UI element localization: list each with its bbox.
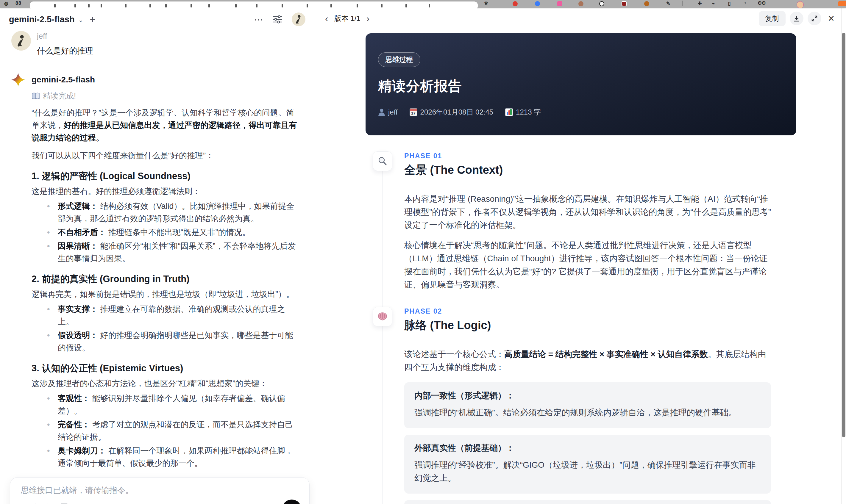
user-message: jeff 什么是好的推理 bbox=[11, 31, 299, 57]
gemini-star-icon bbox=[11, 73, 25, 87]
extension-red-icon[interactable] bbox=[513, 1, 518, 6]
scrollbar-track bbox=[841, 8, 846, 504]
voice-input-button[interactable] bbox=[282, 500, 302, 504]
section-1-list: 形式逻辑： 结构必须有效（Valid）。比如演绎推理中，如果前提全部为真，那么通… bbox=[32, 200, 299, 265]
extension-amber-icon[interactable] bbox=[644, 1, 649, 6]
artifact-toolbar: ‹ 版本 1/1 › 复制 ✕ bbox=[316, 8, 841, 29]
user-message-text: 什么是好的推理 bbox=[37, 45, 299, 57]
chevron-down-icon: ⌄ bbox=[78, 16, 83, 23]
section-2-list: 事实支撑： 推理建立在可靠的数据、准确的观测或公认的真理之上。 假设透明： 好的… bbox=[32, 303, 299, 354]
list-item: 因果清晰： 能准确区分“相关性”和“因果关系”，不会轻率地将先后发生的事情归为因… bbox=[32, 240, 299, 265]
logic-box-agent-ethics: 主体伦理（认识美德）： 转向推理者的心理特征。引入奥卡姆剃刀和反向论证，旨在克服… bbox=[404, 500, 771, 504]
phase-2-icon-card bbox=[373, 307, 392, 326]
magnifier-icon bbox=[377, 156, 388, 166]
user-name: jeff bbox=[37, 32, 299, 41]
report-title: 精读分析报告 bbox=[378, 77, 778, 95]
phase-1-title: 全景 (The Context) bbox=[404, 162, 797, 178]
phase-2-label: PHASE 02 bbox=[404, 307, 797, 316]
extension-brown-icon[interactable] bbox=[578, 1, 583, 6]
chat-input-card: + bbox=[10, 477, 310, 504]
section-1-lead: 这是推理的基石。好的推理必须遵循逻辑法则： bbox=[32, 185, 299, 198]
phases-timeline: PHASE 01 全景 (The Context) 本内容是对“推理 (Reas… bbox=[366, 151, 797, 504]
phase-2-section: PHASE 02 脉络 (The Logic) 该论述基于一个核心公式：高质量结… bbox=[366, 307, 797, 504]
close-panel-button[interactable]: ✕ bbox=[826, 14, 837, 23]
model-selector[interactable]: gemini-2.5-flash ⌄ bbox=[9, 15, 83, 24]
assistant-status: 精读完成! bbox=[32, 91, 299, 101]
assistant-status-text: 精读完成! bbox=[43, 91, 76, 101]
download-button[interactable] bbox=[790, 12, 804, 25]
extension-blue-icon[interactable] bbox=[535, 1, 540, 6]
report-word-count: 1213 字 bbox=[505, 107, 541, 117]
artifact-content: 思维过程 精读分析报告 jeff 17 2026年01月08日 02:45 bbox=[316, 29, 841, 504]
extension-panda-icon[interactable] bbox=[599, 1, 604, 6]
phase-1-paragraph-2: 核心情境在于解决“思考的随意性”问题。不论是人类通过批判性思维进行决策，还是大语… bbox=[404, 239, 772, 291]
section-3-list: 客观性： 能够识别并尽量排除个人偏见（如幸存者偏差、确认偏差）。 完备性： 考虑… bbox=[32, 392, 299, 469]
user-avatar-button[interactable] bbox=[292, 13, 305, 26]
logic-box-external-truth: 外部真实性（前提基础）： 强调推理的“经验校准”。解决“GIGO（垃圾进，垃圾出… bbox=[404, 435, 771, 493]
download-icon bbox=[793, 15, 800, 22]
extension-crown-icon[interactable]: ♕ bbox=[484, 1, 488, 6]
extension-pink-icon[interactable] bbox=[557, 1, 562, 6]
phase-1-label: PHASE 01 bbox=[404, 152, 797, 160]
logic-box-internal-consistency: 内部一致性（形式逻辑）： 强调推理的“机械正确”。结论必须在给定的规则系统内逻辑… bbox=[404, 382, 771, 428]
window-control-icon[interactable]: ◍ bbox=[4, 1, 8, 6]
user-message-avatar bbox=[11, 31, 31, 51]
toolbar-glasses-icon[interactable]: ʘʘ bbox=[758, 1, 766, 6]
artifact-panel: ‹ 版本 1/1 › 复制 ✕ 思维过程 精读分析报告 bbox=[316, 8, 841, 504]
toolbar-bell-icon[interactable]: ◔ bbox=[744, 1, 746, 6]
phase-1-paragraph-1: 本内容是对“推理 (Reasoning)”这一抽象概念的高层建模。在知识爆炸与人… bbox=[404, 193, 772, 232]
chat-header: gemini-2.5-flash ⌄ + ⋯ bbox=[0, 8, 316, 29]
report-author: jeff bbox=[378, 108, 398, 116]
intro-paragraph: “什么是好的推理？”这是一个涉及逻辑学、认知科学和哲学核心的问题。简单来说，好的… bbox=[32, 107, 299, 144]
new-chat-button[interactable]: + bbox=[90, 14, 95, 25]
tab-count-icon[interactable]: 88 bbox=[16, 1, 21, 6]
list-item: 形式逻辑： 结构必须有效（Valid）。比如演绎推理中，如果前提全部为真，那么通… bbox=[32, 200, 299, 225]
toolbar-pin-icon[interactable]: ✎ bbox=[666, 1, 670, 6]
chat-messages: jeff 什么是好的推理 gemini-2.5-flash bbox=[0, 29, 316, 504]
report-badge: 思维过程 bbox=[378, 52, 420, 67]
extension-darkred-icon[interactable] bbox=[621, 1, 627, 6]
section-2-lead: 逻辑再完美，如果前提是错误的，推理也是垃圾（即“垃圾进，垃圾出”）。 bbox=[32, 288, 299, 301]
chat-panel: gemini-2.5-flash ⌄ + ⋯ bbox=[0, 8, 316, 504]
profile-avatar-icon[interactable] bbox=[797, 1, 804, 8]
browser-chrome-bar: ◍ 88 ♕ ✎ ✚ ⌁ ▯ ◔ ʘʘ bbox=[0, 0, 846, 8]
scrollbar-thumb[interactable] bbox=[842, 33, 845, 437]
version-prev-button[interactable]: ‹ bbox=[324, 15, 329, 22]
brain-icon bbox=[377, 312, 388, 321]
list-item: 不自相矛盾： 推理链条中不能出现“既是又非”的情况。 bbox=[32, 226, 299, 239]
browser-menu-icon[interactable] bbox=[838, 1, 846, 6]
section-3-heading: 3. 认知的公正性 (Epistemic Virtues) bbox=[32, 362, 299, 374]
more-options-button[interactable]: ⋯ bbox=[254, 14, 264, 25]
expand-icon bbox=[811, 15, 818, 22]
bar-chart-icon bbox=[505, 108, 513, 116]
assistant-message: gemini-2.5-flash 精读完成! “什么是好的推理？”这是一个涉及逻… bbox=[11, 73, 299, 504]
toolbar-clip-icon[interactable]: ✚ bbox=[698, 1, 702, 6]
calendar-icon: 17 bbox=[410, 108, 417, 116]
phase-1-icon-card bbox=[373, 151, 392, 171]
phase-2-title: 脉络 (The Logic) bbox=[404, 318, 797, 333]
list-item: 奥卡姆剃刀： 在解释同一个现象时，如果两种推理都能站得住脚，通常倾向于最简单、假… bbox=[32, 445, 299, 469]
list-item: 假设透明： 好的推理会明确指明哪些是已知事实，哪些是基于可能的假设。 bbox=[32, 329, 299, 354]
list-item: 客观性： 能够识别并尽量排除个人偏见（如幸存者偏差、确认偏差）。 bbox=[32, 392, 299, 417]
browser-tab[interactable] bbox=[30, 1, 478, 10]
phase-2-formula: 该论述基于一个核心公式：高质量结论 = 结构完整性 × 事实准确性 × 认知自律… bbox=[404, 348, 772, 374]
section-1-heading: 1. 逻辑的严密性 (Logical Soundness) bbox=[32, 170, 299, 182]
list-item: 完备性： 考虑了对立的观点和潜在的反证，而不是只选择支持自己结论的证据。 bbox=[32, 418, 299, 443]
copy-button[interactable]: 复制 bbox=[759, 11, 786, 26]
toolbar-phone-icon[interactable]: ▯ bbox=[728, 1, 731, 6]
overview-paragraph: 我们可以从以下四个维度来衡量什么是“好的推理”： bbox=[32, 149, 299, 162]
assistant-name: gemini-2.5-flash bbox=[32, 75, 95, 85]
person-icon bbox=[378, 108, 385, 116]
section-3-lead: 这涉及推理者的心态和方法论，也是区分“杠精”和“思想家”的关键： bbox=[32, 377, 299, 390]
section-2-heading: 2. 前提的真实性 (Grounding in Truth) bbox=[32, 273, 299, 285]
model-name: gemini-2.5-flash bbox=[9, 15, 75, 24]
toolbar-pen-icon[interactable]: ⌁ bbox=[712, 1, 715, 6]
chat-input[interactable] bbox=[21, 486, 265, 495]
report-date: 17 2026年01月08日 02:45 bbox=[410, 107, 494, 117]
version-label: 版本 1/1 bbox=[334, 14, 360, 23]
book-icon bbox=[32, 92, 40, 100]
toolbar-separator bbox=[682, 1, 683, 6]
version-next-button[interactable]: › bbox=[366, 15, 370, 22]
settings-sliders-button[interactable] bbox=[273, 15, 283, 24]
fullscreen-button[interactable] bbox=[808, 12, 821, 25]
